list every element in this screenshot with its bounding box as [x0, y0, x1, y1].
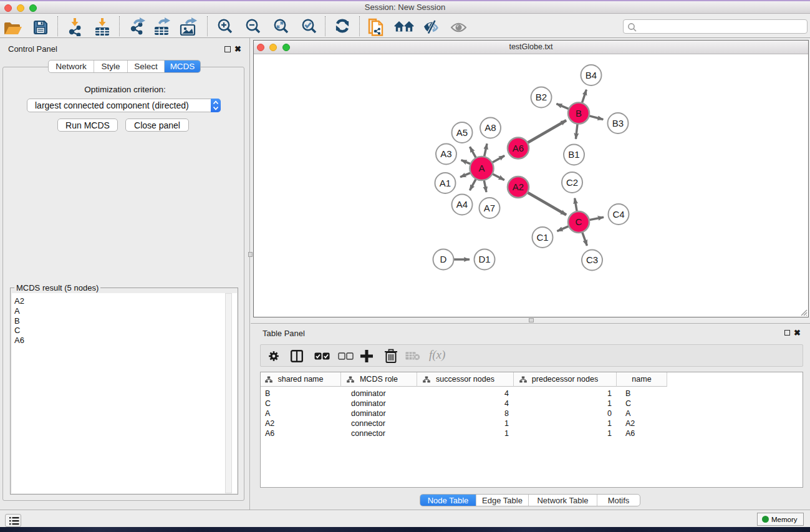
- svg-text:A: A: [478, 163, 485, 173]
- svg-text:C4: C4: [612, 209, 624, 220]
- svg-text:A2: A2: [513, 181, 524, 192]
- svg-text:B2: B2: [536, 92, 547, 102]
- svg-text:A4: A4: [456, 199, 468, 210]
- svg-text:B3: B3: [612, 118, 624, 128]
- svg-text:C: C: [576, 216, 582, 227]
- svg-text:D: D: [440, 254, 447, 264]
- svg-text:A7: A7: [484, 203, 495, 213]
- svg-text:B4: B4: [586, 70, 597, 80]
- svg-text:C1: C1: [536, 232, 548, 243]
- svg-text:C3: C3: [586, 254, 598, 265]
- svg-text:B: B: [576, 108, 582, 118]
- svg-text:A3: A3: [440, 148, 451, 159]
- svg-text:A5: A5: [456, 127, 468, 138]
- svg-text:D1: D1: [478, 254, 490, 264]
- svg-text:A8: A8: [485, 122, 496, 133]
- svg-text:A6: A6: [513, 143, 524, 153]
- svg-text:C2: C2: [566, 177, 578, 188]
- svg-text:A1: A1: [440, 178, 451, 188]
- svg-text:B1: B1: [568, 149, 579, 160]
